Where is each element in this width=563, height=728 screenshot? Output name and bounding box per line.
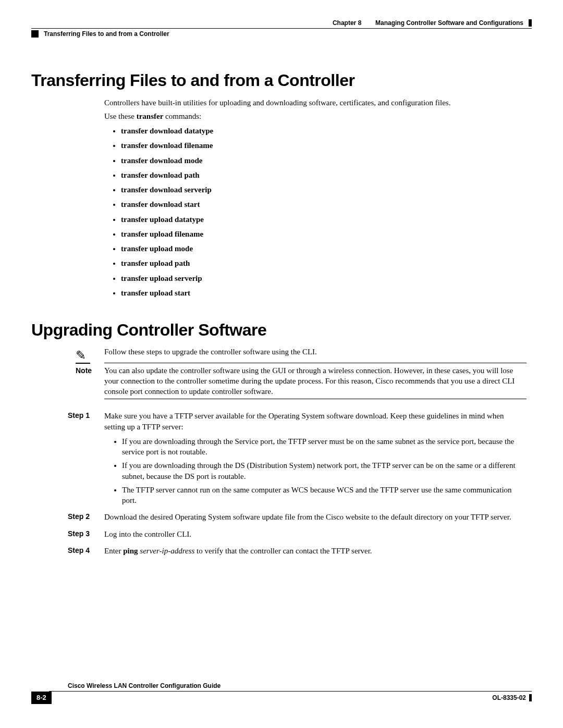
step-label: Step 3 [68, 529, 90, 539]
step-label: Step 4 [68, 546, 90, 556]
step4-arg: server-ip-address [140, 547, 194, 555]
list-item: transfer download mode [121, 155, 527, 166]
document-page: Chapter 8 Managing Controller Software a… [0, 0, 563, 728]
list-item: transfer upload mode [121, 243, 527, 254]
step-4-text: Enter ping server-ip-address to verify t… [104, 546, 527, 556]
intro-paragraph-2: Use these transfer commands: [104, 111, 527, 121]
list-item: transfer download start [121, 199, 527, 209]
heading-transferring: Transferring Files to and from a Control… [31, 69, 532, 92]
step-1-text: Make sure you have a TFTP server availab… [104, 411, 527, 432]
step4-cmd: ping [123, 547, 138, 555]
list-item: transfer upload filename [121, 229, 527, 239]
footer-right: OL-8335-02 [492, 694, 532, 702]
section-title: Transferring Files to and from a Control… [44, 30, 169, 38]
list-item: transfer upload datatype [121, 214, 527, 225]
list-item: transfer download datatype [121, 126, 527, 136]
footer-doc-title: Cisco Wireless LAN Controller Configurat… [68, 682, 532, 690]
step-4: Step 4 Enter ping server-ip-address to v… [104, 546, 527, 556]
step4-suffix: to verify that the controller can contac… [194, 547, 372, 555]
list-item: transfer download serverip [121, 184, 527, 195]
list-item: transfer upload serverip [121, 273, 527, 283]
transfer-command-list: transfer download datatype transfer down… [104, 126, 527, 298]
footer-row: 8-2 OL-8335-02 [31, 692, 532, 704]
note-text: You can also update the controller softw… [104, 365, 527, 397]
step-1-bullets: If you are downloading through the Servi… [104, 436, 527, 506]
doc-id: OL-8335-02 [492, 694, 526, 702]
upgrade-intro: Follow these steps to upgrade the contro… [104, 347, 527, 357]
section-1-body: Controllers have built-in utilities for … [104, 97, 527, 299]
step-3-text: Log into the controller CLI. [104, 529, 527, 539]
header-rule [31, 28, 532, 29]
intro-paragraph-1: Controllers have built-in utilities for … [104, 97, 527, 108]
header-marker-icon [529, 19, 532, 27]
note-top-rule [104, 363, 527, 363]
step-1: Step 1 Make sure you have a TFTP server … [104, 411, 527, 505]
page-number: 8-2 [31, 692, 52, 704]
page-footer: Cisco Wireless LAN Controller Configurat… [31, 682, 532, 704]
note-label: Note [76, 366, 92, 376]
steps: Step 1 Make sure you have a TFTP server … [104, 411, 527, 556]
step4-prefix: Enter [104, 547, 123, 555]
heading-upgrading: Upgrading Controller Software [31, 319, 532, 341]
chapter-title: Managing Controller Software and Configu… [375, 19, 523, 27]
footer-left: 8-2 [31, 692, 52, 704]
pencil-icon: ✎ [76, 347, 90, 364]
list-item: transfer download path [121, 170, 527, 180]
intro2-prefix: Use these [104, 112, 137, 120]
list-item: transfer download filename [121, 140, 527, 151]
note-block: ✎ Note You can also update the controlle… [104, 363, 527, 400]
running-header: Chapter 8 Managing Controller Software a… [31, 19, 532, 38]
header-top-row: Chapter 8 Managing Controller Software a… [31, 19, 532, 27]
step-label: Step 1 [68, 411, 90, 421]
step-label: Step 2 [68, 512, 90, 522]
step-2-text: Download the desired Operating System so… [104, 512, 527, 522]
list-item: transfer upload path [121, 258, 527, 268]
intro2-suffix: commands: [163, 112, 201, 120]
list-item: The TFTP server cannot run on the same c… [122, 485, 527, 506]
section-2-body: Follow these steps to upgrade the contro… [104, 347, 527, 556]
chapter-label: Chapter 8 [333, 19, 361, 27]
header-square-icon [31, 30, 39, 38]
list-item: If you are downloading through the DS (D… [122, 460, 527, 482]
note-bottom-rule [104, 399, 527, 399]
list-item: transfer upload start [121, 288, 527, 298]
step-3: Step 3 Log into the controller CLI. [104, 529, 527, 539]
intro2-cmd: transfer [137, 112, 164, 120]
step-2: Step 2 Download the desired Operating Sy… [104, 512, 527, 522]
header-bottom-row: Transferring Files to and from a Control… [31, 30, 532, 38]
list-item: If you are downloading through the Servi… [122, 436, 527, 458]
footer-marker-icon [529, 694, 532, 701]
